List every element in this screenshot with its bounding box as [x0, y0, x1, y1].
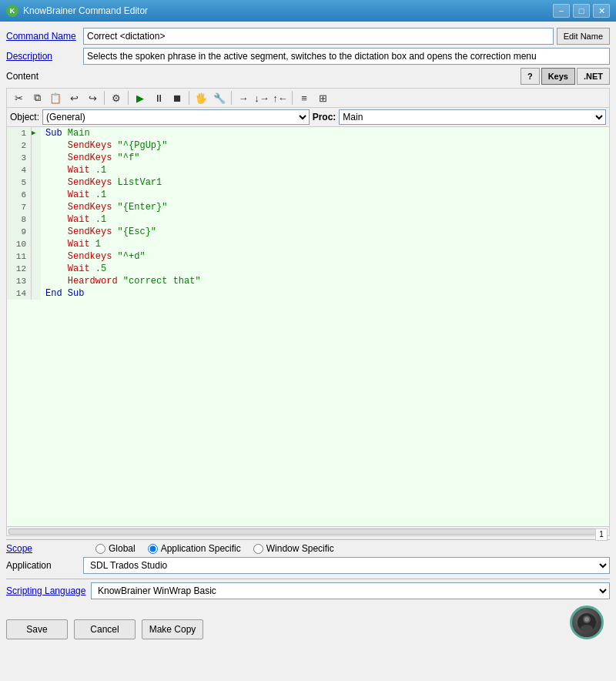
toolbar-sep-3 [189, 91, 189, 105]
scope-row: Scope Global Application Specific Window… [6, 543, 610, 554]
code-line: 10 Wait 1 [7, 238, 609, 250]
cut-button[interactable]: ✂ [10, 90, 27, 106]
obj-proc-row: Object: (General) Proc: Main [6, 107, 610, 126]
application-label: Application [6, 560, 83, 571]
scope-window-specific-radio[interactable] [253, 544, 263, 554]
copy-button[interactable]: ⧉ [28, 90, 45, 106]
hand-button[interactable]: 🖐 [192, 90, 209, 106]
scope-app-specific-label: Application Specific [161, 543, 241, 554]
scripting-language-select[interactable]: KnowBrainer WinWrap Basic [91, 582, 610, 599]
line-indicator: ▶ [32, 127, 41, 139]
code-line: 9 SendKeys "{Esc}" [7, 226, 609, 238]
main-content: Command Name Edit Name Description Conte… [0, 22, 616, 652]
code-lines: 1▶Sub Main2 SendKeys "^{PgUp}"3 SendKeys… [7, 127, 609, 526]
procedure-button[interactable]: ⊞ [314, 90, 331, 106]
scope-global-radio[interactable] [95, 544, 105, 554]
line-code: Wait .1 [41, 189, 609, 201]
line-code: SendKeys "{Esc}" [41, 226, 609, 238]
object-select[interactable]: (General) [42, 109, 310, 125]
code-editor[interactable]: 1▶Sub Main2 SendKeys "^{PgUp}"3 SendKeys… [6, 126, 610, 527]
line-indicator [32, 250, 41, 263]
redo-button[interactable]: ↪ [84, 90, 101, 106]
line-indicator [32, 152, 41, 164]
command-name-input[interactable] [83, 28, 554, 45]
toolbar-sep-4 [231, 91, 232, 105]
command-name-row: Command Name Edit Name [6, 28, 610, 45]
toolbar-sep-1 [104, 91, 105, 105]
maximize-button[interactable]: □ [573, 4, 590, 18]
divider-2 [6, 579, 610, 579]
scope-global-option[interactable]: Global [95, 543, 136, 554]
line-indicator [32, 201, 41, 213]
cancel-button[interactable]: Cancel [74, 619, 136, 639]
description-input[interactable] [83, 48, 610, 65]
line-indicator [32, 238, 41, 250]
line-indicator [32, 189, 41, 201]
app-icon: K [6, 5, 18, 17]
debug-button[interactable]: 🔧 [211, 90, 228, 106]
scripting-language-label[interactable]: Scripting Language [6, 585, 91, 596]
line-indicator [32, 139, 41, 152]
line-number: 2 [7, 139, 32, 152]
line-number: 7 [7, 201, 32, 213]
code-line: 12 Wait .5 [7, 263, 609, 275]
horizontal-scrollbar-area: 1 [6, 527, 610, 536]
divider [6, 539, 610, 540]
code-line: 4 Wait .1 [7, 164, 609, 176]
line-code: SendKeys "^{PgUp}" [41, 139, 609, 152]
toolbar-sep-5 [292, 91, 293, 105]
application-select[interactable]: SDL Trados Studio [83, 557, 610, 574]
edit-name-button[interactable]: Edit Name [557, 28, 610, 45]
content-header: Content ? Keys .NET [6, 68, 610, 85]
proc-select[interactable]: Main [339, 109, 606, 125]
svg-point-3 [584, 617, 589, 622]
make-copy-button[interactable]: Make Copy [142, 619, 203, 639]
keys-button[interactable]: Keys [541, 68, 575, 85]
horizontal-scrollbar[interactable] [8, 528, 608, 535]
line-number: 11 [7, 250, 32, 263]
close-button[interactable]: ✕ [593, 4, 610, 18]
line-code: Sub Main [41, 127, 609, 139]
line-indicator [32, 164, 41, 176]
description-label[interactable]: Description [6, 51, 83, 62]
line-code: Sendkeys "^+d" [41, 250, 609, 263]
line-number: 3 [7, 152, 32, 164]
pause-button[interactable]: ⏸ [150, 90, 167, 106]
line-number: 8 [7, 213, 32, 226]
line-code: End Sub [41, 287, 609, 300]
module-button[interactable]: ≡ [296, 90, 313, 106]
undo-button[interactable]: ↩ [65, 90, 82, 106]
page-number: 1 [595, 528, 608, 541]
titlebar-controls: − □ ✕ [553, 4, 610, 18]
line-number: 14 [7, 287, 32, 300]
line-code: Heardword "correct that" [41, 275, 609, 287]
line-code: SendKeys "{Enter}" [41, 201, 609, 213]
net-button[interactable]: .NET [577, 68, 610, 85]
step-button[interactable]: → [235, 90, 252, 106]
titlebar: K KnowBrainer Command Editor − □ ✕ [0, 0, 616, 22]
scope-window-specific-option[interactable]: Window Specific [253, 543, 334, 554]
svg-point-2 [581, 625, 593, 632]
command-name-label[interactable]: Command Name [6, 31, 83, 42]
scope-app-specific-option[interactable]: Application Specific [148, 543, 241, 554]
line-code: Wait 1 [41, 238, 609, 250]
stop-button[interactable]: ⏹ [169, 90, 186, 106]
scope-label[interactable]: Scope [6, 543, 83, 554]
save-button[interactable]: Save [6, 619, 68, 639]
code-line: 2 SendKeys "^{PgUp}" [7, 139, 609, 152]
step-out-button[interactable]: ↑← [272, 90, 289, 106]
run-button[interactable]: ▶ [132, 90, 149, 106]
code-line: 8 Wait .1 [7, 213, 609, 226]
line-number: 5 [7, 176, 32, 189]
line-number: 1 [7, 127, 32, 139]
line-code: Wait .1 [41, 164, 609, 176]
kb-logo [570, 606, 604, 639]
settings-button[interactable]: ⚙ [108, 90, 125, 106]
paste-button[interactable]: 📋 [47, 90, 64, 106]
step-into-button[interactable]: ↓→ [253, 90, 270, 106]
code-line: 6 Wait .1 [7, 189, 609, 201]
line-number: 10 [7, 238, 32, 250]
minimize-button[interactable]: − [553, 4, 570, 18]
scope-app-specific-radio[interactable] [148, 544, 158, 554]
help-button[interactable]: ? [521, 68, 540, 85]
